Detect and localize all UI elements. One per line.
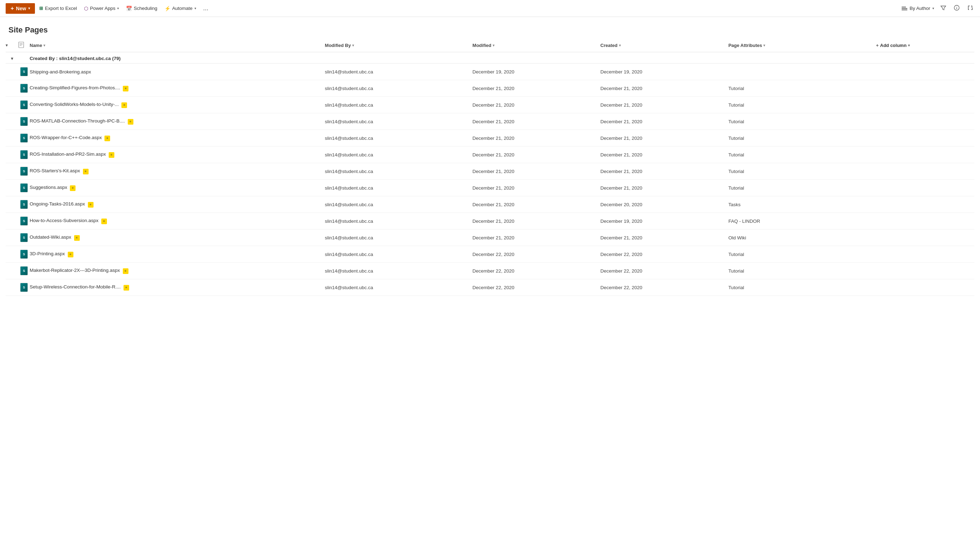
- row-badge-5: ≡: [109, 152, 115, 158]
- expand-button[interactable]: [966, 3, 974, 13]
- row-name-9[interactable]: How-to-Access-Subversion.aspx ≡: [30, 218, 325, 224]
- header-file-icon: [18, 41, 30, 49]
- row-attr-6: Tutorial: [729, 169, 876, 174]
- row-name-4[interactable]: ROS-Wrapper-for-C++-Code.aspx ≡: [30, 135, 325, 141]
- scheduling-button[interactable]: 📅 Scheduling: [123, 4, 160, 13]
- row-name-11[interactable]: 3D-Printing.aspx ≡: [30, 251, 325, 257]
- row-badge-7: ≡: [70, 185, 76, 191]
- add-column-button[interactable]: + Add column ▾: [876, 43, 910, 48]
- row-attr-11: Tutorial: [729, 252, 876, 257]
- row-modby-5: slin14@student.ubc.ca: [325, 152, 473, 158]
- col-created-label: Created: [600, 43, 617, 48]
- row-modified-11: December 22, 2020: [473, 252, 601, 257]
- row-modby-9: slin14@student.ubc.ca: [325, 218, 473, 224]
- name-sort-icon: ▾: [43, 43, 45, 47]
- filter-button[interactable]: [939, 3, 948, 13]
- table-row: S How-to-Access-Subversion.aspx ≡ slin14…: [6, 213, 974, 229]
- row-badge-10: ≡: [74, 235, 80, 241]
- row-file-icon-4: S: [18, 134, 30, 143]
- export-label: Export to Excel: [45, 6, 77, 11]
- automate-label: Automate: [172, 6, 192, 11]
- row-attr-1: Tutorial: [729, 86, 876, 91]
- table-row: S Creating-Simplified-Figures-from-Photo…: [6, 80, 974, 97]
- row-badge-13: ≡: [124, 285, 129, 290]
- row-modified-1: December 21, 2020: [473, 86, 601, 91]
- row-file-icon-13: S: [18, 283, 30, 292]
- row-modby-0: slin14@student.ubc.ca: [325, 69, 473, 75]
- row-file-icon-12: S: [18, 266, 30, 276]
- row-created-12: December 22, 2020: [600, 268, 729, 274]
- col-attr-label: Page Attributes: [729, 43, 762, 48]
- row-name-0[interactable]: Shipping-and-Brokering.aspx: [30, 69, 325, 75]
- row-name-12[interactable]: Makerbot-Replicator-2X---3D-Printing.asp…: [30, 268, 325, 274]
- toolbar-right: By Author ▾ i: [902, 3, 974, 13]
- excel-icon: ⊞: [39, 6, 43, 11]
- row-attr-9: FAQ - LINDOR: [729, 218, 876, 224]
- row-name-7[interactable]: Suggestions.aspx ≡: [30, 185, 325, 191]
- more-button[interactable]: ...: [200, 3, 212, 13]
- row-modby-4: slin14@student.ubc.ca: [325, 135, 473, 141]
- new-label: New: [16, 6, 26, 11]
- table-row: S Suggestions.aspx ≡ slin14@student.ubc.…: [6, 180, 974, 196]
- col-created-header[interactable]: Created ▾: [600, 43, 729, 48]
- row-file-icon-6: S: [18, 167, 30, 176]
- row-name-2[interactable]: Converting-SolidWorks-Models-to-Unity-..…: [30, 102, 325, 108]
- row-modby-12: slin14@student.ubc.ca: [325, 268, 473, 274]
- row-name-3[interactable]: ROS-MATLAB-Connection-Through-IPC-B.... …: [30, 118, 325, 124]
- row-modby-1: slin14@student.ubc.ca: [325, 86, 473, 91]
- row-modified-12: December 22, 2020: [473, 268, 601, 274]
- new-button[interactable]: + New ▾: [6, 3, 35, 14]
- info-button[interactable]: i: [953, 3, 961, 13]
- row-name-13[interactable]: Setup-Wireless-Connection-for-Mobile-R..…: [30, 284, 325, 290]
- col-attr-header[interactable]: Page Attributes ▾: [729, 43, 876, 48]
- row-file-icon-1: S: [18, 84, 30, 93]
- row-modified-10: December 21, 2020: [473, 235, 601, 241]
- row-name-5[interactable]: ROS-Installation-and-PR2-Sim.aspx ≡: [30, 151, 325, 158]
- attr-sort-icon: ▾: [763, 43, 765, 47]
- collapse-all-icon[interactable]: ▾: [6, 43, 8, 48]
- powerapps-button[interactable]: ⬡ Power Apps ▾: [81, 4, 122, 13]
- row-created-13: December 22, 2020: [600, 285, 729, 290]
- col-name-label: Name: [30, 43, 42, 48]
- table-row: S Converting-SolidWorks-Models-to-Unity-…: [6, 97, 974, 113]
- col-name-header[interactable]: Name ▾: [30, 43, 325, 48]
- modby-sort-icon: ▾: [352, 43, 354, 47]
- row-name-1[interactable]: Creating-Simplified-Figures-from-Photos.…: [30, 85, 325, 91]
- row-modified-6: December 21, 2020: [473, 169, 601, 174]
- group-collapse-icon[interactable]: ▾: [6, 56, 18, 61]
- view-button[interactable]: By Author ▾: [902, 6, 934, 11]
- row-modby-8: slin14@student.ubc.ca: [325, 202, 473, 207]
- view-lines-icon: [902, 7, 907, 10]
- automate-button[interactable]: ⚡ Automate ▾: [162, 4, 199, 13]
- row-modby-2: slin14@student.ubc.ca: [325, 102, 473, 108]
- row-name-8[interactable]: Ongoing-Tasks-2016.aspx ≡: [30, 201, 325, 207]
- new-chevron-icon: ▾: [28, 6, 30, 10]
- row-badge-2: ≡: [121, 102, 127, 108]
- row-file-icon-11: S: [18, 250, 30, 259]
- row-name-10[interactable]: Outdated-Wiki.aspx ≡: [30, 234, 325, 241]
- mod-sort-icon: ▾: [493, 43, 495, 47]
- row-created-2: December 21, 2020: [600, 102, 729, 108]
- row-badge-6: ≡: [83, 169, 89, 174]
- col-mod-header[interactable]: Modified ▾: [473, 43, 601, 48]
- row-created-0: December 19, 2020: [600, 69, 729, 75]
- page-title-area: Site Pages: [0, 17, 980, 39]
- row-modified-7: December 21, 2020: [473, 185, 601, 191]
- export-button[interactable]: ⊞ Export to Excel: [37, 4, 80, 13]
- row-modby-6: slin14@student.ubc.ca: [325, 169, 473, 174]
- row-created-4: December 21, 2020: [600, 135, 729, 141]
- row-created-3: December 21, 2020: [600, 119, 729, 124]
- col-mod-label: Modified: [473, 43, 491, 48]
- row-attr-13: Tutorial: [729, 285, 876, 290]
- table-row: S Setup-Wireless-Connection-for-Mobile-R…: [6, 279, 974, 296]
- table-row: S Shipping-and-Brokering.aspx slin14@stu…: [6, 64, 974, 80]
- row-attr-3: Tutorial: [729, 119, 876, 124]
- automate-icon: ⚡: [164, 6, 170, 11]
- row-badge-1: ≡: [123, 86, 129, 91]
- row-name-6[interactable]: ROS-Starters's-Kit.aspx ≡: [30, 168, 325, 174]
- add-col-label: Add column: [880, 43, 907, 48]
- rows-container: S Shipping-and-Brokering.aspx slin14@stu…: [6, 64, 974, 296]
- col-add-header: + Add column ▾: [876, 43, 974, 48]
- add-col-chevron-icon: ▾: [908, 43, 910, 47]
- col-modby-header[interactable]: Modified By ▾: [325, 43, 473, 48]
